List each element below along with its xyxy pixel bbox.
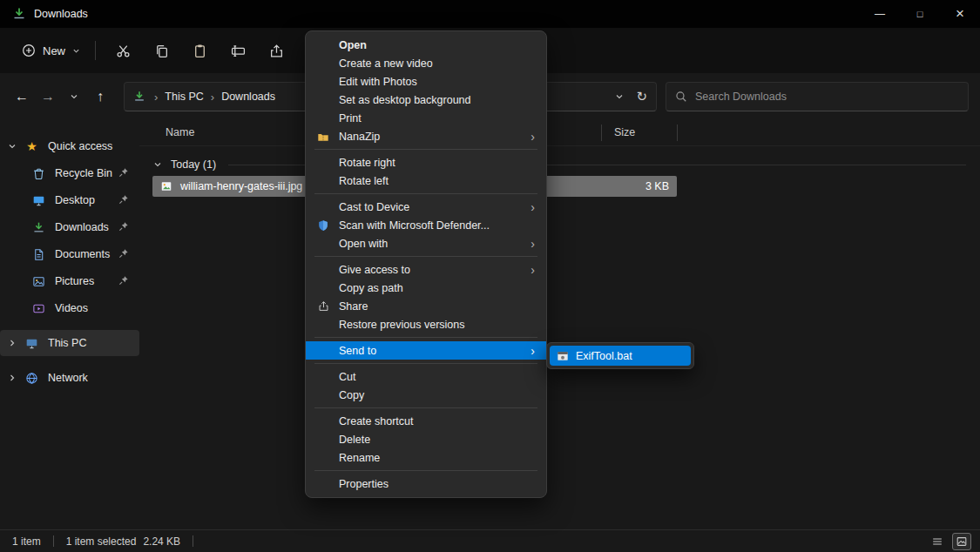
recent-locations-button[interactable]	[61, 84, 87, 110]
new-button[interactable]: New	[15, 38, 87, 63]
star-icon: ★	[24, 139, 39, 154]
paste-button[interactable]	[180, 34, 219, 67]
search-box[interactable]	[666, 82, 969, 111]
recycle-bin-icon	[31, 166, 46, 181]
menu-item-copy-as-path[interactable]: Copy as path	[306, 279, 546, 297]
menu-item-rotate-right[interactable]: Rotate right	[306, 153, 546, 172]
menu-item-nanazip[interactable]: NanaZip ›	[306, 127, 546, 145]
sidebar-item-label: Quick access	[48, 140, 112, 152]
menu-separator	[314, 193, 537, 194]
refresh-button[interactable]: ↻	[636, 89, 647, 104]
menu-item-label: NanaZip	[339, 131, 380, 143]
menu-item-label: Set as desktop background	[339, 94, 471, 106]
clipboard-icon	[193, 44, 207, 58]
group-header-today[interactable]: Today (1)	[139, 153, 980, 176]
menu-item-label: Share	[339, 300, 368, 313]
chevron-down-icon[interactable]	[0, 142, 24, 151]
menu-item-label: Create shortcut	[339, 415, 413, 427]
sidebar-item-label: Downloads	[55, 221, 109, 233]
menu-item-label: Edit with Photos	[339, 76, 417, 88]
menu-item-rename[interactable]: Rename	[306, 448, 546, 467]
details-view-button[interactable]	[928, 533, 947, 550]
menu-item-label: Copy	[339, 389, 364, 401]
column-header-name[interactable]: Name	[166, 126, 194, 138]
file-name: william-henry-gates-iii.jpg	[180, 180, 302, 192]
menu-item-share[interactable]: Share	[306, 297, 546, 315]
chevron-right-icon[interactable]	[0, 339, 24, 347]
menu-item-label: Copy as path	[339, 282, 403, 294]
address-dropdown-button[interactable]	[615, 92, 624, 101]
sidebar-item-documents[interactable]: Documents	[0, 241, 139, 267]
network-icon	[24, 371, 39, 386]
sidebar-item-desktop[interactable]: Desktop	[0, 187, 139, 213]
window-controls: — □ ×	[860, 0, 980, 28]
menu-item-edit-with-photos[interactable]: Edit with Photos	[306, 72, 546, 91]
submenu-item-exiftool[interactable]: ExifTool.bat	[550, 346, 691, 366]
submenu-arrow-icon: ›	[531, 201, 535, 213]
cut-button[interactable]	[104, 34, 142, 67]
group-header-label: Today (1)	[171, 158, 216, 171]
up-button[interactable]: ↑	[87, 84, 113, 110]
menu-item-cast-to-device[interactable]: Cast to Device ›	[306, 198, 546, 216]
menu-item-open[interactable]: Open	[306, 36, 546, 54]
menu-item-open-with[interactable]: Open with ›	[306, 234, 546, 252]
menu-item-print[interactable]: Print	[306, 109, 546, 127]
sidebar-item-quick-access[interactable]: ★ Quick access	[0, 133, 139, 159]
menu-separator	[314, 256, 537, 257]
menu-item-create-a-new-video[interactable]: Create a new video	[306, 54, 546, 72]
sidebar-item-pictures[interactable]: Pictures	[0, 268, 139, 294]
downloads-folder-icon	[12, 7, 26, 21]
status-separator	[193, 535, 193, 547]
sidebar-item-this-pc[interactable]: This PC	[0, 330, 139, 356]
sidebar-item-videos[interactable]: Videos	[0, 295, 139, 321]
share-button[interactable]	[257, 34, 295, 67]
column-headers: Name Size	[139, 120, 980, 146]
menu-item-create-shortcut[interactable]: Create shortcut	[306, 412, 546, 430]
menu-item-label: Print	[339, 112, 362, 125]
close-button[interactable]: ×	[940, 0, 980, 28]
menu-item-copy[interactable]: Copy	[306, 386, 546, 404]
thumbnail-view-button[interactable]	[952, 533, 971, 550]
pin-icon	[118, 167, 129, 178]
menu-item-label: Cut	[339, 371, 355, 383]
desktop-icon	[31, 193, 46, 208]
chevron-right-icon[interactable]	[0, 374, 24, 382]
menu-item-label: Restore previous versions	[339, 319, 465, 331]
sidebar-item-recycle-bin[interactable]: Recycle Bin	[0, 160, 139, 186]
sidebar-gap	[0, 357, 139, 364]
sidebar-item-label: This PC	[48, 337, 86, 349]
back-button[interactable]: ←	[9, 84, 35, 110]
column-separator[interactable]	[677, 125, 678, 141]
menu-item-properties[interactable]: Properties	[306, 475, 546, 493]
selection-summary: 1 item selected	[66, 535, 137, 548]
forward-button[interactable]: →	[35, 84, 61, 110]
menu-item-scan-with-microsoft-defender[interactable]: Scan with Microsoft Defender...	[306, 216, 546, 234]
batch-file-icon	[557, 350, 569, 362]
menu-item-label: Open with	[339, 238, 388, 250]
menu-item-label: Rename	[339, 452, 380, 464]
submenu-arrow-icon: ›	[531, 345, 535, 357]
sidebar-item-downloads[interactable]: Downloads	[0, 214, 139, 240]
menu-item-cut[interactable]: Cut	[306, 367, 546, 386]
menu-item-give-access-to[interactable]: Give access to ›	[306, 260, 546, 279]
file-list-pane: Name Size Today (1) william-henry-gates-…	[139, 120, 980, 529]
menu-item-send-to[interactable]: Send to ›	[306, 341, 546, 360]
column-separator[interactable]	[601, 125, 602, 141]
menu-item-set-as-desktop-background[interactable]: Set as desktop background	[306, 91, 546, 109]
chevron-down-icon[interactable]	[153, 160, 162, 169]
pin-icon	[118, 194, 129, 205]
context-menu: Open Create a new video Edit with Photos…	[305, 30, 547, 498]
menu-item-delete[interactable]: Delete	[306, 430, 546, 448]
menu-item-rotate-left[interactable]: Rotate left	[306, 172, 546, 190]
breadcrumb-this-pc[interactable]: This PC	[165, 91, 203, 103]
rename-button[interactable]	[219, 34, 257, 67]
sidebar-item-network[interactable]: Network	[0, 365, 139, 391]
search-input[interactable]	[695, 91, 959, 103]
menu-item-restore-previous-versions[interactable]: Restore previous versions	[306, 315, 546, 333]
copy-button[interactable]	[142, 34, 180, 67]
documents-icon	[31, 247, 46, 262]
maximize-button[interactable]: □	[900, 0, 940, 28]
column-header-size[interactable]: Size	[614, 126, 635, 138]
breadcrumb-downloads[interactable]: Downloads	[221, 91, 275, 103]
minimize-button[interactable]: —	[860, 0, 900, 28]
